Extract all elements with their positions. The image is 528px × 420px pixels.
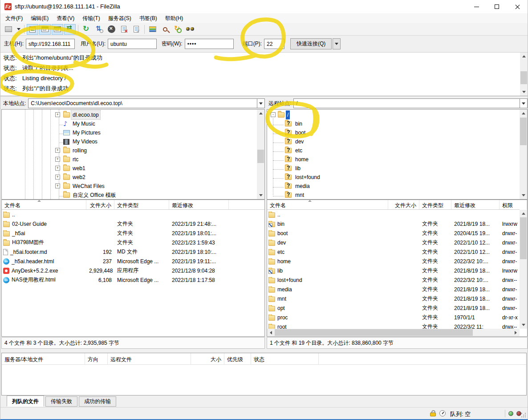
- maximize-button[interactable]: [487, 0, 507, 13]
- scrollbar-thumb[interactable]: [257, 150, 264, 163]
- tree-item[interactable]: +WeChat Files: [2, 182, 264, 191]
- file-row[interactable]: home文件夹2022/3/2 10:...drwxr-: [267, 257, 520, 266]
- column-header[interactable]: 文件类型: [114, 200, 169, 209]
- scroll-left-button[interactable]: [267, 329, 275, 336]
- queue-column-header[interactable]: 服务器/本地文件: [2, 353, 85, 364]
- tree-item[interactable]: +web2: [2, 173, 264, 182]
- file-row[interactable]: ..: [267, 210, 520, 219]
- minimize-button[interactable]: [466, 0, 487, 13]
- scroll-up-button[interactable]: [520, 53, 528, 60]
- disconnect-button[interactable]: [118, 24, 130, 35]
- toggle-remote-tree-button[interactable]: [52, 24, 63, 35]
- tree-item[interactable]: ♪My Music: [2, 119, 264, 128]
- scrollbar-thumb[interactable]: [520, 217, 527, 259]
- scroll-down-button[interactable]: [520, 88, 528, 96]
- local-site-combobox[interactable]: C:\Users\ecoo\Documents\dl.ecoo.top\: [28, 98, 257, 108]
- tree-item[interactable]: My Videos: [2, 137, 264, 146]
- site-manager-dropdown-button[interactable]: [15, 24, 22, 35]
- file-row[interactable]: lib文件夹2021/8/19 18...lrwxrw: [267, 266, 520, 275]
- tree-item[interactable]: +rolling: [2, 146, 264, 155]
- column-header[interactable]: 文件类型: [419, 200, 451, 209]
- menu-item[interactable]: 查看(V): [53, 13, 78, 24]
- file-row[interactable]: opt文件夹2021/8/19 18...drwxr-: [267, 303, 520, 313]
- column-header[interactable]: 最近修改: [451, 200, 500, 209]
- tree-item[interactable]: +rtc: [2, 155, 264, 164]
- message-log-scrollbar[interactable]: [520, 53, 528, 96]
- quickconnect-button[interactable]: 快速连接(Q): [290, 38, 332, 49]
- scrollbar-thumb[interactable]: [520, 71, 527, 84]
- menu-item[interactable]: 文件(F): [1, 13, 27, 24]
- file-row[interactable]: _h5ai.footer.md192MD 文件2022/1/19 18:10:.…: [2, 247, 264, 257]
- file-row[interactable]: bin文件夹2021/8/19 18...lrwxrw: [267, 219, 520, 228]
- file-row[interactable]: ..: [2, 210, 264, 219]
- remote-list-vscrollbar[interactable]: [520, 210, 527, 329]
- file-row[interactable]: Hi3798M固件文件夹2022/1/23 1:59:43: [2, 238, 264, 247]
- queue-column-header[interactable]: 优先级: [224, 353, 251, 364]
- queue-column-header[interactable]: 大小: [191, 353, 224, 364]
- tree-item[interactable]: My Pictures: [2, 128, 264, 137]
- menu-item[interactable]: 传输(T): [78, 13, 104, 24]
- site-manager-button[interactable]: [3, 24, 14, 35]
- host-input[interactable]: [26, 39, 75, 49]
- remote-site-combobox[interactable]: /: [293, 98, 520, 108]
- queue-column-header[interactable]: 方向: [85, 353, 108, 364]
- column-header[interactable]: 文件大小: [388, 200, 419, 209]
- scroll-up-button[interactable]: [257, 110, 264, 117]
- file-row[interactable]: dev文件夹2022/1/10 12...drwxr-: [267, 238, 520, 247]
- file-row[interactable]: boot文件夹2020/4/15 19...drwxr-: [267, 228, 520, 238]
- file-row[interactable]: NAS使用教程.html6,108Microsoft Edge ...2022/…: [2, 275, 264, 285]
- file-row[interactable]: lost+found文件夹2022/3/2 10:...drwx--: [267, 275, 520, 285]
- tree-expand-toggle[interactable]: +: [55, 148, 60, 153]
- file-row[interactable]: root文件夹2022/3/2 11:drwx--: [267, 322, 520, 329]
- queue-tab[interactable]: 成功的传输: [79, 396, 116, 407]
- column-header[interactable]: 最近修改: [169, 200, 229, 209]
- menu-item[interactable]: 书签(B): [135, 13, 161, 24]
- tree-item[interactable]: home: [267, 155, 527, 164]
- filter-button[interactable]: [184, 24, 196, 35]
- quickconnect-dropdown-button[interactable]: [333, 38, 341, 49]
- tree-expand-toggle[interactable]: +: [55, 112, 60, 117]
- tree-expand-toggle[interactable]: +: [55, 183, 60, 188]
- tree-expand-toggle[interactable]: +: [55, 157, 60, 162]
- refresh-button[interactable]: [81, 24, 92, 35]
- password-input[interactable]: [185, 39, 234, 49]
- queue-tab[interactable]: 列队的文件: [7, 396, 44, 407]
- queue-tab[interactable]: 传输失败: [45, 396, 77, 407]
- file-row[interactable]: mnt文件夹2021/8/19 18...drwxr-: [267, 294, 520, 303]
- tree-item[interactable]: bin: [267, 119, 527, 128]
- tree-item[interactable]: lost+found: [267, 173, 527, 182]
- speed-limit-gauge-icon[interactable]: [439, 410, 446, 416]
- column-header[interactable]: 文件名: [267, 200, 388, 209]
- tree-item[interactable]: mnt: [267, 191, 527, 200]
- column-header[interactable]: 文件大小: [86, 200, 114, 209]
- tree-expand-toggle[interactable]: -: [271, 112, 276, 117]
- remote-site-dropdown-button[interactable]: [520, 98, 528, 108]
- menu-item[interactable]: 编辑(E): [27, 13, 53, 24]
- scroll-up-button[interactable]: [520, 210, 527, 217]
- tree-expand-toggle[interactable]: +: [55, 175, 60, 179]
- local-site-dropdown-button[interactable]: [257, 98, 265, 108]
- tree-item[interactable]: lib: [267, 164, 527, 173]
- toggle-transfer-queue-button[interactable]: [64, 24, 76, 35]
- local-tree-scrollbar[interactable]: [257, 110, 264, 199]
- file-row[interactable]: AnyDesk+5.2.2.exe2,929,448应用程序2021/12/8 …: [2, 266, 264, 275]
- tree-expand-toggle[interactable]: +: [55, 166, 60, 171]
- menu-item[interactable]: 帮助(H): [161, 13, 187, 24]
- tree-item[interactable]: media: [267, 182, 527, 191]
- scrollbar-thumb[interactable]: [275, 329, 473, 336]
- file-row[interactable]: etc文件夹2022/1/10 12...drwxr-: [267, 247, 520, 257]
- cancel-button[interactable]: [106, 24, 117, 35]
- synchronized-browsing-button[interactable]: [172, 24, 183, 35]
- toggle-local-tree-button[interactable]: [39, 24, 51, 35]
- tree-item[interactable]: +dl.ecoo.top: [2, 110, 264, 119]
- tree-item[interactable]: +web1: [2, 164, 264, 173]
- menu-item[interactable]: 服务器(S): [104, 13, 135, 24]
- close-button[interactable]: [507, 0, 528, 13]
- scroll-right-button[interactable]: [512, 329, 520, 336]
- file-row[interactable]: _h5ai文件夹2022/1/19 18:01:...: [2, 228, 264, 238]
- queue-column-header[interactable]: 远程文件: [108, 353, 191, 364]
- scroll-down-button[interactable]: [257, 192, 264, 199]
- file-row[interactable]: _h5ai.header.html237Microsoft Edge ...20…: [2, 257, 264, 266]
- directory-comparison-button[interactable]: [147, 24, 158, 35]
- file-row[interactable]: 02-User Guide文件夹2022/1/19 21:48:...: [2, 219, 264, 228]
